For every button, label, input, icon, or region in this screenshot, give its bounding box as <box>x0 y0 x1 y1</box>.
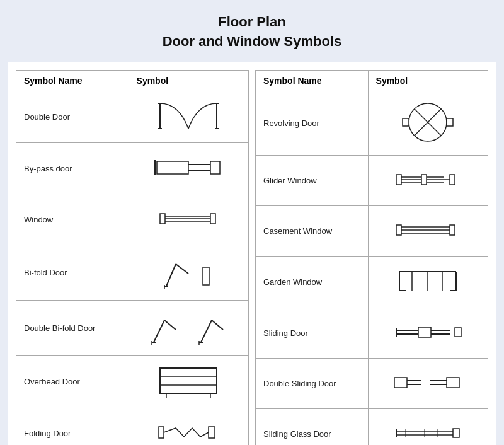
svg-line-26 <box>201 320 212 342</box>
svg-rect-12 <box>160 214 165 224</box>
svg-rect-66 <box>455 328 461 337</box>
page-title: Floor Plan Door and Window Symbols <box>163 13 342 52</box>
symbol-cell <box>129 91 248 143</box>
svg-rect-53 <box>450 225 455 235</box>
symbol-name: Glider Window <box>256 155 369 205</box>
symbol-name: By-pass door <box>16 143 129 194</box>
svg-line-27 <box>212 320 223 330</box>
svg-rect-35 <box>159 427 164 438</box>
svg-line-17 <box>166 264 176 286</box>
svg-rect-16 <box>210 214 215 224</box>
svg-rect-67 <box>394 378 407 388</box>
symbol-name: Garden Window <box>256 256 369 308</box>
svg-rect-10 <box>210 161 220 174</box>
right-col1-header: Symbol Name <box>256 70 369 91</box>
symbol-cell <box>129 194 248 245</box>
table-row: Folding Door <box>16 408 249 445</box>
symbol-name: Double Door <box>16 91 129 143</box>
svg-line-18 <box>176 264 188 274</box>
tables-container: Symbol Name Symbol Double Door <box>8 62 496 445</box>
table-row: Window <box>16 194 249 245</box>
svg-line-23 <box>164 320 176 330</box>
symbol-cell <box>129 355 248 408</box>
symbol-cell <box>368 408 488 445</box>
symbol-cell <box>129 408 248 445</box>
table-row: Sliding Glass Door <box>256 408 488 445</box>
right-table: Symbol Name Symbol Revolving Door <box>255 70 488 445</box>
symbol-cell <box>368 155 488 205</box>
left-col2-header: Symbol <box>129 70 248 91</box>
table-row: Revolving Door <box>256 91 488 155</box>
svg-rect-49 <box>396 225 401 235</box>
svg-rect-79 <box>453 429 459 437</box>
symbol-name: Double Bi-fold Door <box>16 300 129 355</box>
symbol-cell <box>368 358 488 408</box>
svg-rect-65 <box>418 327 431 337</box>
table-row: Sliding Door <box>256 308 488 358</box>
table-row: Garden Window <box>256 256 488 308</box>
left-table: Symbol Name Symbol Double Door <box>16 70 249 445</box>
svg-line-22 <box>154 320 164 342</box>
svg-rect-30 <box>160 368 217 393</box>
symbol-name: Overhead Door <box>16 355 129 408</box>
symbol-cell <box>368 256 488 308</box>
svg-rect-72 <box>447 378 459 388</box>
symbol-name: Sliding Door <box>256 308 369 358</box>
symbol-name: Bi-fold Door <box>16 245 129 301</box>
symbol-name: Folding Door <box>16 408 129 445</box>
right-col2-header: Symbol <box>368 70 488 91</box>
table-row: Casement Window <box>256 205 488 256</box>
symbol-cell <box>368 205 488 256</box>
symbol-name: Casement Window <box>256 205 369 256</box>
symbol-cell <box>368 91 488 155</box>
symbol-name: Double Sliding Door <box>256 358 369 408</box>
table-row: Glider Window <box>256 155 488 205</box>
symbol-cell <box>129 245 248 301</box>
svg-rect-46 <box>421 175 427 185</box>
table-row: Overhead Door <box>16 355 249 408</box>
svg-rect-41 <box>447 118 453 126</box>
table-row: Double Bi-fold Door <box>16 300 249 355</box>
svg-rect-21 <box>203 267 209 285</box>
svg-rect-9 <box>157 161 188 174</box>
symbol-cell <box>129 143 248 194</box>
table-row: Bi-fold Door <box>16 245 249 301</box>
svg-rect-36 <box>209 427 215 438</box>
svg-rect-40 <box>403 118 409 126</box>
svg-rect-47 <box>450 175 455 185</box>
symbol-name: Sliding Glass Door <box>256 408 369 445</box>
symbol-name: Revolving Door <box>256 91 369 155</box>
table-row: By-pass door <box>16 143 249 194</box>
symbol-name: Window <box>16 194 129 245</box>
table-row: Double Sliding Door <box>256 358 488 408</box>
symbol-cell <box>368 308 488 358</box>
symbol-cell <box>129 300 248 355</box>
left-col1-header: Symbol Name <box>16 70 129 91</box>
table-row: Double Door <box>16 91 249 143</box>
svg-rect-42 <box>396 175 401 185</box>
